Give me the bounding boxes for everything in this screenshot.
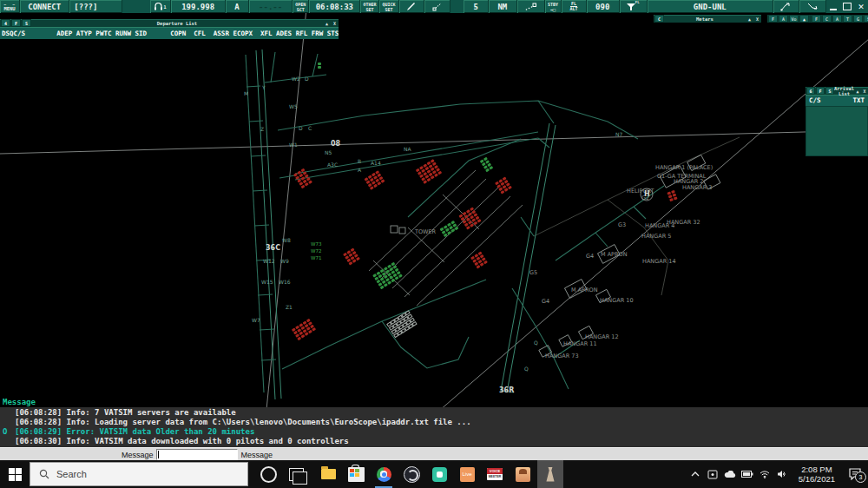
menu-button[interactable]: － － MENU: [0, 0, 20, 13]
mini-list-button[interactable]: G: [853, 15, 863, 23]
close-icon: ✕: [858, 3, 865, 11]
arrival-list-body[interactable]: [806, 106, 868, 156]
voicemeeter-button[interactable]: VOICE MEETER: [482, 460, 508, 488]
streamlabs-button[interactable]: [426, 460, 452, 488]
log-line: [06:08:28] Info: 7 VATSIM servers are av…: [0, 407, 868, 417]
range-unit-button[interactable]: NM: [489, 0, 516, 13]
arrival-list-flag[interactable]: F: [816, 87, 825, 95]
map-label: Q: [524, 366, 529, 372]
departure-list-flag[interactable]: S: [22, 19, 31, 27]
range-tool-button[interactable]: [424, 0, 450, 13]
sector-filter-button[interactable]: GND-UNL: [648, 0, 773, 13]
mini-list-button[interactable]: A: [832, 15, 842, 23]
map-label: Y: [262, 84, 266, 90]
arrival-col-callsign[interactable]: C/S: [809, 96, 821, 104]
euroscope-app-icon: [545, 467, 556, 482]
metars-title: Metars: [664, 16, 746, 22]
mini-list-button[interactable]: T: [843, 15, 852, 23]
mode-button[interactable]: A: [226, 0, 249, 13]
history-dots-button[interactable]: [517, 0, 545, 13]
open-sct-button[interactable]: OPEN SCT: [293, 0, 309, 13]
arrival-col-text[interactable]: TXT: [852, 96, 865, 104]
mini-list-button[interactable]: C: [822, 15, 832, 23]
arrival-list-flag[interactable]: S: [825, 87, 834, 95]
battery-tray-button[interactable]: [741, 467, 753, 481]
map-label: B: [358, 158, 361, 164]
file-explorer-button[interactable]: [315, 460, 341, 488]
map-label: HANGAR 12: [585, 333, 619, 340]
action-center-button[interactable]: 3: [845, 466, 865, 482]
squawk-display[interactable]: --.--: [249, 0, 293, 13]
collapse-icon[interactable]: ▲: [746, 16, 753, 22]
contact-app-button[interactable]: [510, 460, 536, 488]
metars-titlebar[interactable]: C Metars ▲ X: [654, 15, 761, 23]
map-label: W72: [311, 248, 321, 254]
frequency-button[interactable]: 199.998: [171, 0, 226, 13]
wifi-icon: [760, 471, 770, 478]
map-label: W71: [311, 255, 321, 260]
vector-tool-button[interactable]: [799, 0, 826, 13]
close-button[interactable]: ✕: [854, 0, 868, 13]
close-icon[interactable]: X: [861, 89, 868, 94]
folder-icon: [321, 469, 336, 479]
onedrive-tray-button[interactable]: [724, 467, 736, 481]
map-label: 08: [331, 140, 340, 148]
close-icon[interactable]: X: [331, 21, 339, 26]
collapse-icon[interactable]: ▲: [799, 15, 809, 23]
volume-tray-button[interactable]: [776, 467, 788, 481]
heading-button[interactable]: 090: [587, 0, 620, 13]
taskbar-search[interactable]: Search: [30, 462, 248, 486]
quick-set-button[interactable]: QUICK SET: [379, 0, 398, 13]
task-view-button[interactable]: [283, 460, 309, 488]
euroscope-window: TOWERHELIPORTHHANGAR 1 (PALACE)G1-GA TER…: [0, 0, 868, 488]
squawk-stby-button[interactable]: STBY →□: [545, 0, 562, 13]
route-tool-button[interactable]: [773, 0, 800, 13]
map-label: HANGAR 4: [645, 222, 674, 229]
metars-button[interactable]: C: [654, 15, 664, 23]
hidden-icons-button[interactable]: [689, 467, 701, 481]
other-set-button[interactable]: OTHER SET: [360, 0, 379, 13]
connect-button[interactable]: CONNECT: [20, 0, 69, 13]
message-edit-bar: Message Message: [0, 447, 868, 461]
microsoft-store-button[interactable]: [343, 460, 369, 488]
taskbar-clock[interactable]: 2:08 PM 5/16/2021: [793, 465, 840, 484]
collapse-icon[interactable]: ▲: [323, 21, 331, 26]
draw-button[interactable]: [399, 0, 425, 13]
map-label: HELIPORT: [627, 188, 654, 195]
departure-list-header[interactable]: DSQC/S ADEP ATYP PWTC RUNW SID COPN CFL …: [0, 27, 339, 39]
live-app-button[interactable]: Live: [454, 460, 480, 488]
departure-list-titlebar[interactable]: 4 F S Departure List ▲ X: [0, 19, 339, 27]
clock-display[interactable]: 06:08:33: [309, 0, 360, 13]
message-input[interactable]: [156, 449, 238, 460]
maximize-button[interactable]: [840, 0, 854, 13]
mini-list-button[interactable]: S: [864, 15, 868, 23]
session-button[interactable]: [???]: [69, 0, 122, 13]
arrival-list-titlebar[interactable]: 6 F S Arrival List ▲ X: [806, 87, 868, 95]
message-log[interactable]: [06:08:28] Info: 7 VATSIM servers are av…: [0, 407, 868, 447]
chrome-button[interactable]: [371, 460, 397, 488]
network-tray-button[interactable]: [759, 467, 771, 481]
mini-list-button[interactable]: A: [779, 15, 788, 23]
filter-button[interactable]: FL: [620, 0, 648, 13]
minimize-button[interactable]: [826, 0, 840, 13]
start-button[interactable]: [0, 460, 30, 488]
close-icon[interactable]: X: [753, 16, 761, 22]
arrival-list-header[interactable]: C/S TXT: [806, 95, 868, 106]
arrival-list-flag[interactable]: 6: [806, 87, 815, 95]
obs-button[interactable]: [398, 460, 424, 488]
device-tray-button[interactable]: [707, 467, 719, 481]
departure-list-flag[interactable]: F: [11, 19, 21, 27]
map-label: N7: [615, 131, 622, 137]
cortana-button[interactable]: [255, 460, 281, 488]
mini-list-button[interactable]: F: [812, 15, 821, 23]
fl-alt-button[interactable]: FL ALT: [562, 0, 587, 13]
collapse-icon[interactable]: ▲: [854, 89, 861, 94]
voice-button[interactable]: 1: [150, 0, 172, 13]
departure-list-flag[interactable]: 4: [1, 19, 10, 27]
euroscope-taskbar-button[interactable]: [537, 460, 563, 488]
cloud-icon: [724, 471, 736, 478]
mini-list-button[interactable]: Vo: [789, 15, 799, 23]
mini-list-button[interactable]: F: [768, 15, 778, 23]
range-value-button[interactable]: 5: [464, 0, 489, 13]
live-app-icon: Live: [460, 467, 475, 482]
